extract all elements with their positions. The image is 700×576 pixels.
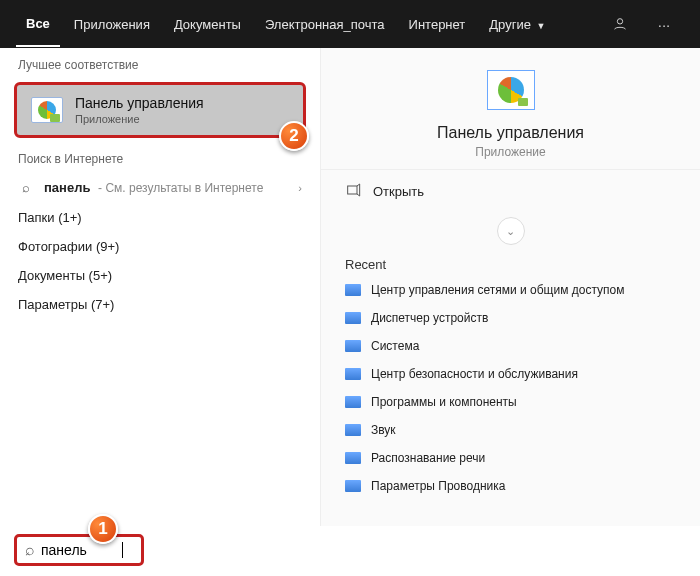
control-panel-item-icon — [345, 312, 361, 324]
recent-item[interactable]: Диспетчер устройств — [333, 304, 688, 332]
feedback-icon[interactable] — [600, 0, 640, 48]
preview-subtitle: Приложение — [475, 145, 545, 159]
control-panel-icon — [31, 97, 63, 123]
control-panel-item-icon — [345, 480, 361, 492]
recent-item-label: Диспетчер устройств — [371, 311, 488, 325]
recent-header: Recent — [321, 249, 700, 276]
recent-item-label: Распознавание речи — [371, 451, 485, 465]
chevron-right-icon: › — [298, 182, 302, 194]
expand-chevron-icon[interactable]: ⌄ — [497, 217, 525, 245]
recent-list: Центр управления сетями и общим доступом… — [321, 276, 700, 500]
open-action[interactable]: Открыть — [321, 169, 700, 213]
category-settings[interactable]: Параметры (7+) — [0, 290, 320, 319]
recent-item-label: Программы и компоненты — [371, 395, 517, 409]
control-panel-item-icon — [345, 424, 361, 436]
control-panel-item-icon — [345, 452, 361, 464]
recent-item[interactable]: Центр управления сетями и общим доступом — [333, 276, 688, 304]
chevron-down-icon: ▼ — [534, 21, 545, 31]
recent-item-label: Звук — [371, 423, 396, 437]
tab-apps[interactable]: Приложения — [64, 3, 160, 46]
filter-tabs: Все Приложения Документы Электронная_поч… — [0, 0, 700, 48]
category-photos[interactable]: Фотографии (9+) — [0, 232, 320, 261]
annotation-step-1: 1 — [88, 514, 118, 544]
recent-item[interactable]: Система — [333, 332, 688, 360]
search-box[interactable]: ⌕ — [14, 534, 144, 566]
web-search-item[interactable]: ⌕ панель - См. результаты в Интернете › — [0, 172, 320, 203]
web-search-header: Поиск в Интернете — [0, 142, 320, 172]
tab-internet[interactable]: Интернет — [399, 3, 476, 46]
search-icon: ⌕ — [18, 180, 34, 195]
search-icon: ⌕ — [25, 541, 35, 559]
open-icon — [345, 182, 361, 201]
tab-all[interactable]: Все — [16, 2, 60, 47]
preview-app-icon — [487, 70, 535, 110]
svg-point-0 — [617, 19, 622, 24]
tab-more[interactable]: Другие ▼ — [479, 3, 555, 46]
recent-item[interactable]: Распознавание речи — [333, 444, 688, 472]
preview-title: Панель управления — [437, 124, 584, 142]
control-panel-item-icon — [345, 368, 361, 380]
recent-item-label: Система — [371, 339, 419, 353]
control-panel-item-icon — [345, 284, 361, 296]
control-panel-item-icon — [345, 396, 361, 408]
recent-item[interactable]: Звук — [333, 416, 688, 444]
category-folders[interactable]: Папки (1+) — [0, 203, 320, 232]
tab-email[interactable]: Электронная_почта — [255, 3, 395, 46]
recent-item-label: Центр безопасности и обслуживания — [371, 367, 578, 381]
control-panel-item-icon — [345, 340, 361, 352]
recent-item[interactable]: Центр безопасности и обслуживания — [333, 360, 688, 388]
search-input[interactable] — [41, 542, 121, 558]
best-match-subtitle: Приложение — [75, 113, 204, 125]
best-match-title: Панель управления — [75, 95, 204, 111]
best-match-result[interactable]: Панель управления Приложение 2 — [14, 82, 306, 138]
recent-item-label: Параметры Проводника — [371, 479, 505, 493]
preview-pane: Панель управления Приложение Открыть ⌄ R… — [320, 48, 700, 526]
results-pane: Лучшее соответствие Панель управления Пр… — [0, 48, 320, 526]
annotation-step-2: 2 — [279, 121, 309, 151]
svg-rect-1 — [348, 186, 357, 194]
tab-documents[interactable]: Документы — [164, 3, 251, 46]
recent-item-label: Центр управления сетями и общим доступом — [371, 283, 625, 297]
best-match-header: Лучшее соответствие — [0, 48, 320, 78]
recent-item[interactable]: Параметры Проводника — [333, 472, 688, 500]
more-options-icon[interactable]: ··· — [644, 0, 684, 48]
category-documents[interactable]: Документы (5+) — [0, 261, 320, 290]
recent-item[interactable]: Программы и компоненты — [333, 388, 688, 416]
